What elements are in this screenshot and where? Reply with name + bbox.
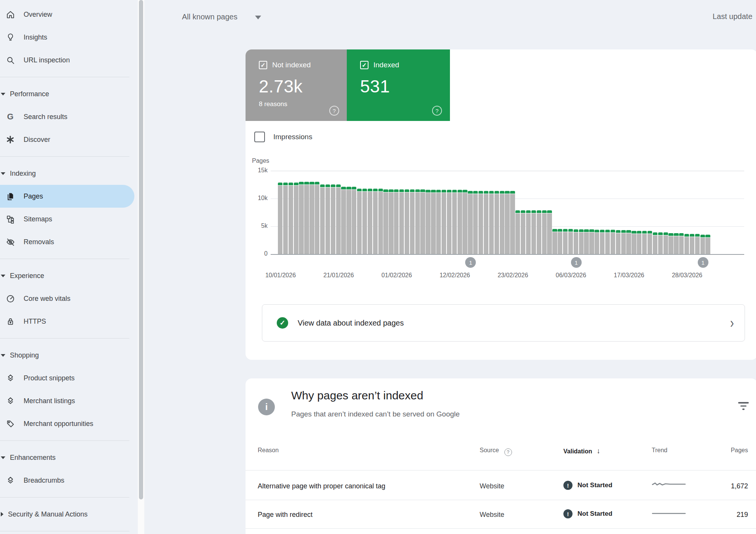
sidebar-item-insights[interactable]: Insights	[0, 26, 138, 49]
section-title: Why pages aren’t indexed	[291, 389, 423, 402]
reason-cell[interactable]: Page with redirect	[258, 511, 313, 519]
annotation-badge[interactable]: 1	[465, 257, 476, 268]
chart-bar-indexed-segment	[399, 189, 404, 192]
sidebar-item-pages[interactable]: Pages	[0, 185, 134, 208]
chart-bar-not-indexed-segment	[595, 233, 599, 254]
table-divider	[246, 470, 756, 470]
chart-bar-indexed-segment	[452, 190, 457, 192]
table-row[interactable]: Page with redirectWebsite!Not Started219	[246, 501, 756, 529]
sidebar-item-merchant-listings[interactable]: Merchant listings	[0, 389, 138, 412]
sidebar-item-merchant-opportunities[interactable]: Merchant opportunities	[0, 412, 138, 435]
chart-bar-not-indexed-segment	[616, 233, 620, 254]
indexed-checkbox[interactable]: ✓	[360, 61, 368, 69]
chart-bar-indexed-segment	[478, 191, 483, 194]
sidebar-item-product-snippets[interactable]: Product snippets	[0, 367, 138, 389]
layers-icon	[5, 373, 15, 383]
chart-bar-not-indexed-segment	[510, 194, 515, 254]
sidebar-item-removals[interactable]: Removals	[0, 230, 138, 253]
scope-selector-dropdown[interactable]: All known pages	[182, 13, 261, 21]
indexed-card[interactable]: ✓ Indexed 531 ?	[347, 49, 450, 121]
scope-selector-label: All known pages	[182, 13, 238, 21]
chart-bar-indexed-segment	[584, 229, 589, 232]
chart-bar-indexed-segment	[304, 182, 309, 184]
chart-bar	[663, 232, 668, 254]
chart-bar-indexed-segment	[494, 191, 499, 194]
chart-bar	[637, 231, 641, 254]
chart-bar-indexed-segment	[289, 183, 293, 185]
chevron-right-icon: ›	[730, 315, 734, 331]
chart-bar-not-indexed-segment	[352, 190, 356, 254]
help-icon[interactable]: ?	[504, 448, 512, 456]
sidebar-item-label: URL inspection	[24, 56, 70, 64]
not-indexed-checkbox[interactable]: ✓	[259, 61, 267, 69]
annotation-badge[interactable]: 1	[698, 257, 708, 268]
validation-not-started-icon: !	[563, 509, 573, 518]
chart-bar-indexed-segment	[632, 231, 636, 234]
sidebar-item-url-inspection[interactable]: URL inspection	[0, 49, 138, 72]
chart-bar-not-indexed-segment	[574, 232, 578, 254]
tag-icon	[5, 419, 15, 429]
chart-bar-indexed-segment	[294, 183, 298, 185]
table-row[interactable]: Alternative page with proper canonical t…	[246, 472, 756, 501]
chart-bar	[574, 229, 578, 254]
table-column-pages: Pages	[731, 447, 748, 454]
not-indexed-card[interactable]: ✓ Not indexed 2.73k 8 reasons ?	[246, 49, 347, 121]
chart-bar-indexed-segment	[431, 190, 435, 192]
sidebar-header-performance[interactable]: Performance	[0, 83, 138, 105]
sidebar-header-label: Enhancements	[10, 454, 56, 462]
help-icon[interactable]: ?	[432, 106, 442, 116]
reason-cell[interactable]: Alternative page with proper canonical t…	[258, 482, 385, 490]
chart-bar-not-indexed-segment	[642, 234, 647, 254]
sidebar-item-sitemaps[interactable]: Sitemaps	[0, 208, 138, 230]
chart-bar-indexed-segment	[558, 229, 562, 232]
not-indexed-label: Not indexed	[272, 61, 311, 69]
impressions-toggle[interactable]: Impressions	[254, 132, 312, 142]
sort-desc-icon[interactable]: ↓	[597, 447, 601, 455]
sidebar-item-discover[interactable]: Discover	[0, 128, 138, 151]
chart-bar-not-indexed-segment	[426, 193, 430, 254]
chart-bar	[341, 187, 346, 254]
table-column-reason[interactable]: Reason	[258, 447, 279, 454]
triangle-down-icon	[1, 354, 5, 357]
impressions-checkbox[interactable]	[254, 132, 265, 142]
sidebar-header-shopping[interactable]: Shopping	[0, 344, 138, 367]
sidebar-item-breadcrumbs[interactable]: Breadcrumbs	[0, 469, 138, 492]
chart-bar	[579, 229, 584, 254]
chart-bar-not-indexed-segment	[442, 193, 446, 254]
chart-bar-not-indexed-segment	[605, 233, 610, 254]
chart-bar-not-indexed-segment	[568, 232, 573, 254]
chart-bar	[605, 230, 610, 254]
chart-bar-indexed-segment	[605, 230, 610, 232]
sidebar-header-experience[interactable]: Experience	[0, 264, 138, 287]
chart-bar-not-indexed-segment	[415, 192, 420, 254]
y-axis-label: 5k	[245, 222, 268, 229]
sidebar-item-search-results[interactable]: GSearch results	[0, 105, 138, 128]
sidebar-item-label: Search results	[24, 113, 67, 121]
banner-label: View data about indexed pages	[298, 319, 404, 327]
filter-icon[interactable]	[737, 402, 750, 414]
chart-bar-indexed-segment	[626, 230, 631, 233]
sidebar-divider	[0, 440, 129, 441]
view-indexed-data-banner[interactable]: ✓ View data about indexed pages ›	[262, 304, 745, 342]
chart-bar-not-indexed-segment	[579, 232, 584, 254]
validation-cell: !Not Started	[563, 509, 612, 518]
chart-bar-indexed-segment	[579, 229, 584, 232]
chart-bar-not-indexed-segment	[378, 192, 383, 254]
table-column-validation[interactable]: Validation↓	[563, 447, 600, 455]
sidebar-header-security-manual-actions[interactable]: Security & Manual Actions	[0, 503, 138, 526]
chart-bar	[505, 191, 509, 254]
chart-bar-not-indexed-segment	[552, 232, 557, 254]
sidebar-item-core-web-vitals[interactable]: Core web vitals	[0, 287, 138, 310]
index-summary-panel: ✓ Not indexed 2.73k 8 reasons ? ✓ Indexe…	[246, 49, 756, 360]
sidebar-item-overview[interactable]: Overview	[0, 3, 138, 26]
sidebar-scrollbar-thumb[interactable]	[139, 0, 143, 499]
sidebar-item-https[interactable]: HTTPS	[0, 310, 138, 333]
sidebar-item-label: Pages	[24, 192, 43, 200]
chart-bar-indexed-segment	[537, 210, 541, 213]
validation-not-started-icon: !	[563, 481, 573, 490]
table-column-trend: Trend	[652, 447, 667, 454]
annotation-badge[interactable]: 1	[571, 257, 582, 268]
sidebar-header-enhancements[interactable]: Enhancements	[0, 446, 138, 469]
sidebar-header-indexing[interactable]: Indexing	[0, 162, 138, 185]
help-icon[interactable]: ?	[329, 106, 339, 116]
